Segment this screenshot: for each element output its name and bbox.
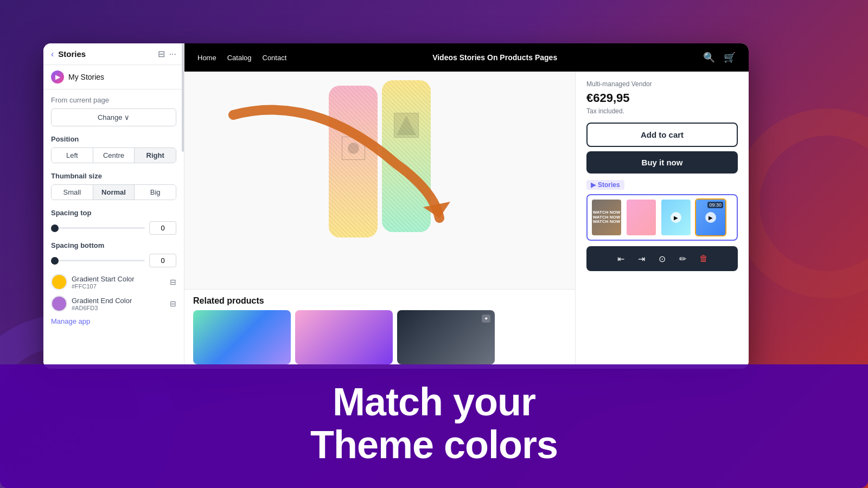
snowboard-1 [329,86,378,237]
story-thumb-1[interactable]: WATCH NOWWATCH NOWWATCH NOW [591,198,622,236]
position-section: Position Left Centre Right [51,135,176,163]
gradient-start-swatch[interactable] [51,274,67,290]
position-label: Position [51,135,176,143]
nav-catalog[interactable]: Catalog [227,54,252,62]
spacing-top-section: Spacing top [51,209,176,235]
sidebar-icon-group: ⊟ ··· [158,49,176,59]
thumb-normal-btn[interactable]: Normal [93,185,135,200]
stories-badge-icon: ▶ [591,181,596,189]
position-btn-group: Left Centre Right [51,147,176,163]
product-vendor: Multi-managed Vendor [586,80,738,88]
change-button[interactable]: Change ∨ [51,108,176,126]
position-right-btn[interactable]: Right [135,148,176,163]
bottom-banner: Match your Theme colors [0,364,868,488]
shop-title: Videos Stories On Products Pages [299,53,690,62]
shop-nav-actions: 🔍 🛒 [703,52,736,63]
scroll-track [182,43,184,369]
my-stories-icon: ▶ [51,70,64,84]
gradient-end-swatch[interactable] [51,296,67,312]
story-thumb-3[interactable]: ▶ [660,198,692,236]
thumb-big-btn[interactable]: Big [135,185,176,200]
product-right-panel: Multi-managed Vendor €629,95 Tax include… [575,72,749,369]
play-circle-3: ▶ [671,212,681,223]
more-options-btn[interactable]: ··· [169,49,176,59]
story-thumb-4[interactable]: 09:30 ▶ [695,198,726,236]
gradient-end-info: Gradient End Color #AD6FD3 [72,297,165,311]
related-product-2[interactable] [295,310,393,364]
gradient-end-db-icon[interactable]: ⊟ [170,299,176,308]
related-products-row: ✦ [193,310,566,364]
gradient-end-row: Gradient End Color #AD6FD3 ⊟ [51,296,176,312]
my-stories-label: My Stories [68,73,104,81]
sidebar-scroll-area: From current page Change ∨ Position Left… [43,89,184,369]
thumbnail-size-section: Thumbnail size Small Normal Big [51,172,176,200]
story-3-play: ▶ [661,200,691,235]
search-icon[interactable]: 🔍 [703,52,715,63]
related-product-3[interactable]: ✦ [397,310,495,364]
add-to-cart-button[interactable]: Add to cart [586,123,738,147]
related-title: Related products [193,296,566,306]
manage-app-link[interactable]: Manage app [51,317,176,325]
back-button[interactable]: ‹ [51,49,54,59]
story-2-bg [627,200,656,235]
main-content: Home Catalog Contact Videos Stories On P… [184,43,749,369]
cart-icon[interactable]: 🛒 [724,52,736,63]
related-product-1[interactable] [193,310,291,364]
from-page-label: From current page [51,96,176,104]
database-icon-btn[interactable]: ⊟ [158,49,165,59]
spacing-bottom-slider[interactable] [51,260,145,261]
gradient-start-db-icon[interactable]: ⊟ [170,278,176,286]
shop-navbar: Home Catalog Contact Videos Stories On P… [184,43,749,72]
nav-contact[interactable]: Contact [263,54,287,62]
thumbnail-btn-group: Small Normal Big [51,184,176,200]
tool-settings[interactable]: ⊙ [653,249,672,268]
tool-align-left[interactable]: ⇤ [612,249,630,268]
sidebar-title: Stories [58,49,153,59]
story-thumb-2[interactable] [626,198,657,236]
gradient-start-hex: #FFC107 [72,283,165,290]
buy-now-button[interactable]: Buy it now [586,151,738,174]
thumb-small-btn[interactable]: Small [52,185,93,200]
spacing-top-label: Spacing top [51,209,176,217]
snowboard-2-pattern [382,80,431,232]
stories-label-row: ▶ Stories [586,180,738,190]
position-left-btn[interactable]: Left [52,148,93,163]
banner-text-line1: Match your [27,381,841,423]
gradient-start-info: Gradient Start Color #FFC107 [72,275,165,290]
position-centre-btn[interactable]: Centre [93,148,135,163]
shop-nav-links: Home Catalog Contact [197,54,286,62]
svg-point-1 [348,143,359,154]
spacing-top-slider[interactable] [51,227,145,229]
nav-home[interactable]: Home [197,54,216,62]
browser-window: ‹ Stories ⊟ ··· ▶ My Stories From curren… [43,43,749,369]
spacing-bottom-section: Spacing bottom [51,241,176,267]
play-circle-4: ▶ [705,212,716,223]
product-price: €629,95 [586,91,738,105]
product-area: Related products ✦ Multi-managed Vendor … [184,72,749,369]
product-images: Related products ✦ [184,72,575,369]
gradient-start-label: Gradient Start Color [72,275,165,283]
gradient-end-label: Gradient End Color [72,297,165,305]
spacing-bottom-input[interactable] [149,254,176,267]
snowboard-2 [382,80,431,232]
stories-thumbnails: WATCH NOWWATCH NOWWATCH NOW ▶ [586,194,738,241]
gradient-start-row: Gradient Start Color #FFC107 ⊟ [51,274,176,290]
stories-badge-label: Stories [598,181,620,189]
tool-edit[interactable]: ✏ [674,249,692,268]
my-stories-row: ▶ My Stories [43,65,184,89]
from-page-section: From current page Change ∨ [51,96,176,126]
tool-align-right[interactable]: ⇥ [633,249,651,268]
scroll-thumb [182,43,184,152]
spacing-bottom-row [51,254,176,267]
spacing-top-input[interactable] [149,221,176,235]
bg-circle-right [732,108,868,298]
stories-badge: ▶ Stories [586,180,624,190]
spacing-bottom-label: Spacing bottom [51,241,176,249]
story-1-bg: WATCH NOWWATCH NOWWATCH NOW [592,200,621,235]
thumbnail-size-label: Thumbnail size [51,172,176,180]
tool-delete[interactable]: 🗑 [694,249,713,268]
stories-toolbar: ⇤ ⇥ ⊙ ✏ 🗑 [586,246,738,271]
product-tax: Tax included. [586,107,738,115]
sidebar: ‹ Stories ⊟ ··· ▶ My Stories From curren… [43,43,184,369]
gradient-end-hex: #AD6FD3 [72,305,165,311]
